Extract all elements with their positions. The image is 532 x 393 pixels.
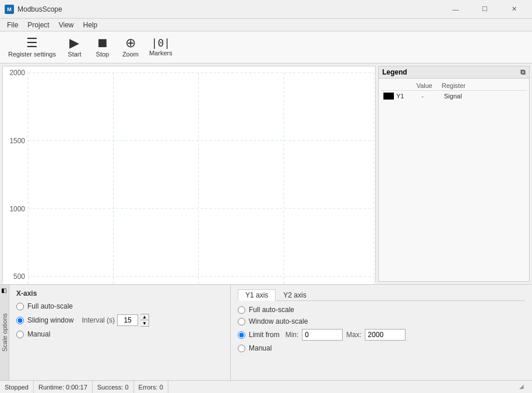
manual-x-radio[interactable] (16, 331, 24, 338)
zoom-label: Zoom (122, 51, 139, 58)
manual-x-label[interactable]: Manual (27, 330, 50, 338)
register-settings-button[interactable]: ☰ Register settings (5, 36, 59, 59)
svg-rect-0 (3, 66, 375, 284)
legend-title: Legend (382, 68, 407, 76)
interval-group: Interval (s) ▲ ▼ (82, 314, 149, 327)
legend-col-headers: Value Register (381, 81, 527, 91)
manual-y-label[interactable]: Manual (249, 344, 272, 352)
toolbar: ☰ Register settings ▶ Start ⏹ Stop ⊕ Zoo… (0, 31, 532, 63)
stop-icon: ⏹ (96, 37, 109, 49)
errors-text: Errors: 0 (139, 384, 163, 391)
markers-label: Markers (149, 49, 172, 56)
interval-input[interactable] (117, 314, 138, 326)
status-errors: Errors: 0 (134, 381, 168, 393)
max-label: Max: (346, 331, 361, 339)
status-text: Stopped (5, 384, 29, 391)
bottom-panel: Scale options ◧ X-axis Full auto-scale S… (0, 284, 532, 380)
manual-y-row: Manual (238, 344, 525, 352)
full-auto-scale-x-radio[interactable] (16, 303, 24, 310)
x-axis-panel-title: X-axis (16, 289, 223, 298)
window-auto-scale-row: Window auto-scale (238, 317, 525, 325)
legend-col-color-header (383, 82, 397, 89)
window-auto-scale-radio[interactable] (238, 318, 245, 325)
x-axis-panel: X-axis Full auto-scale Sliding window In… (9, 285, 231, 380)
status-bar: Stopped Runtime: 0:00:17 Success: 0 Erro… (0, 380, 532, 393)
chart-area[interactable]: 2000 1500 1000 500 00:00:00,000 00:00:03 (3, 66, 375, 284)
svg-text:2000: 2000 (9, 69, 25, 77)
full-auto-scale-x-label[interactable]: Full auto-scale (27, 302, 73, 310)
legend-expand-icon[interactable]: ⧉ (520, 68, 526, 76)
legend-header: Legend ⧉ (379, 66, 529, 79)
interval-label: Interval (s) (82, 316, 115, 324)
title-bar: M ModbusScope — ☐ ✕ (0, 0, 532, 19)
markers-icon: |0| (152, 38, 171, 48)
resize-icon: ◢ (519, 383, 527, 391)
status-resize: ◢ (168, 381, 532, 393)
sliding-window-label[interactable]: Sliding window (27, 316, 73, 324)
status-success: Success: 0 (93, 381, 134, 393)
legend-color-box (383, 93, 394, 100)
app-icon: M (5, 5, 14, 14)
menu-help[interactable]: Help (79, 20, 103, 30)
menu-bar: File Project View Help (0, 19, 532, 31)
min-input[interactable] (302, 329, 343, 341)
full-auto-scale-y-label[interactable]: Full auto-scale (249, 306, 294, 314)
manual-x-row: Manual (16, 330, 223, 338)
status-stopped: Stopped (0, 381, 34, 393)
chart-svg: 2000 1500 1000 500 00:00:00,000 00:00:03 (3, 66, 375, 284)
limit-from-label[interactable]: Limit from (249, 331, 280, 339)
full-auto-scale-y-row: Full auto-scale (238, 306, 525, 314)
status-runtime: Runtime: 0:00:17 (34, 381, 93, 393)
legend-col-register-header: Register (432, 82, 524, 89)
scale-options-label: Scale options (1, 313, 8, 352)
register-settings-icon: ☰ (26, 37, 38, 49)
interval-spinner: ▲ ▼ (140, 314, 149, 327)
chart-container: 2000 1500 1000 500 00:00:00,000 00:00:03 (2, 66, 376, 282)
svg-text:1500: 1500 (9, 137, 25, 145)
limit-inputs: Min: Max: (286, 329, 406, 341)
min-label: Min: (286, 331, 299, 339)
y-axis-tabs: Y1 axis Y2 axis (238, 289, 525, 301)
interval-down-button[interactable]: ▼ (140, 320, 149, 326)
stop-button[interactable]: ⏹ Stop (90, 36, 115, 59)
scale-options-tab: Scale options ◧ (0, 285, 9, 380)
runtime-text: Runtime: 0:00:17 (38, 384, 87, 391)
markers-button[interactable]: |0| Markers (146, 37, 176, 58)
svg-text:500: 500 (13, 272, 25, 281)
app-title: ModbusScope (17, 5, 442, 13)
y-axis-panel: Y1 axis Y2 axis Full auto-scale Window a… (231, 285, 532, 380)
register-settings-label: Register settings (8, 51, 56, 58)
start-icon: ▶ (69, 37, 79, 49)
tab-y2-axis[interactable]: Y2 axis (276, 289, 313, 301)
tab-y1-axis[interactable]: Y1 axis (238, 289, 276, 301)
menu-view[interactable]: View (54, 20, 79, 30)
max-input[interactable] (365, 329, 406, 341)
interval-up-button[interactable]: ▲ (140, 314, 149, 320)
close-button[interactable]: ✕ (501, 0, 527, 19)
full-auto-scale-y-radio[interactable] (238, 306, 245, 314)
minimize-button[interactable]: — (442, 0, 469, 19)
sliding-window-row: Sliding window Interval (s) ▲ ▼ (16, 314, 223, 327)
legend-row: Y1 - Signal (381, 91, 527, 101)
start-button[interactable]: ▶ Start (62, 36, 87, 59)
menu-project[interactable]: Project (23, 20, 54, 30)
stop-label: Stop (96, 51, 110, 58)
limit-from-radio[interactable] (238, 331, 245, 339)
maximize-button[interactable]: ☐ (471, 0, 498, 19)
legend-panel: Legend ⧉ Value Register Y1 - Signal (378, 66, 530, 282)
legend-value: - (408, 93, 437, 100)
zoom-icon: ⊕ (125, 37, 136, 49)
window-auto-scale-label[interactable]: Window auto-scale (249, 317, 308, 325)
menu-file[interactable]: File (2, 20, 23, 30)
legend-y-label: Y1 (396, 93, 408, 100)
full-auto-scale-x-row: Full auto-scale (16, 302, 223, 310)
manual-y-radio[interactable] (238, 345, 245, 352)
limit-from-row: Limit from Min: Max: (238, 329, 525, 341)
svg-text:1000: 1000 (9, 204, 25, 213)
sliding-window-radio[interactable] (16, 317, 24, 324)
start-label: Start (68, 51, 81, 58)
legend-table: Value Register Y1 - Signal (379, 79, 529, 281)
scale-options-icon[interactable]: ◧ (1, 287, 6, 293)
window-controls: — ☐ ✕ (442, 0, 527, 19)
zoom-button[interactable]: ⊕ Zoom (118, 36, 143, 59)
